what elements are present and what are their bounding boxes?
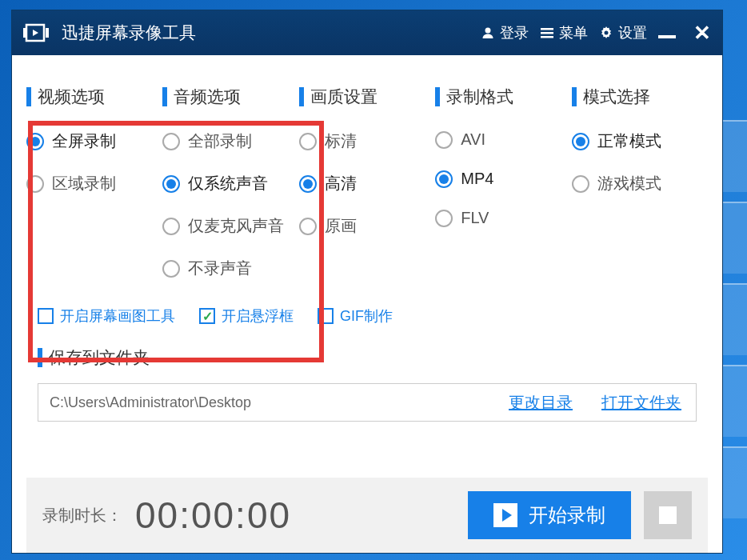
format-options-header: 录制格式 <box>435 86 571 108</box>
options-row: 视频选项 全屏录制 区域录制 音频选项 全部录制 仅系统声音 仅麦克风声音 不录… <box>26 55 708 300</box>
audio-mic-radio[interactable]: 仅麦克风声音 <box>162 215 298 237</box>
svg-rect-5 <box>541 28 553 30</box>
stop-record-button[interactable] <box>644 491 692 539</box>
app-window: 迅捷屏幕录像工具 登录 菜单 设置 ✕ 视频选项 全屏录制 <box>11 10 723 554</box>
format-avi-radio[interactable]: AVI <box>435 130 571 149</box>
audio-none-radio[interactable]: 不录声音 <box>162 258 298 279</box>
footer: 录制时长： 00:00:00 开始录制 <box>26 478 708 553</box>
gif-checkbox[interactable]: GIF制作 <box>318 306 393 326</box>
quality-options-header: 画质设置 <box>299 86 435 108</box>
save-header: 保存到文件夹 <box>38 346 697 369</box>
app-logo-icon <box>23 22 50 44</box>
svg-rect-6 <box>541 32 553 34</box>
save-path-input[interactable] <box>38 384 494 421</box>
svg-rect-3 <box>23 28 26 38</box>
start-record-button[interactable]: 开始录制 <box>468 491 631 539</box>
path-row: 更改目录 打开文件夹 <box>38 383 697 422</box>
quality-options-column: 画质设置 标清 高清 原画 <box>299 86 435 300</box>
video-region-radio[interactable]: 区域录制 <box>26 173 162 194</box>
draw-tool-checkbox[interactable]: 开启屏幕画图工具 <box>38 306 175 326</box>
settings-button[interactable]: 设置 <box>599 23 647 42</box>
checkbox-icon <box>318 308 334 324</box>
video-options-header: 视频选项 <box>26 86 162 108</box>
format-flv-radio[interactable]: FLV <box>435 209 571 227</box>
menu-button[interactable]: 菜单 <box>540 23 588 42</box>
format-mp4-radio[interactable]: MP4 <box>435 170 571 188</box>
desktop-stripes <box>723 112 747 560</box>
close-button[interactable]: ✕ <box>693 21 711 46</box>
float-box-checkbox[interactable]: ✓ 开启悬浮框 <box>199 306 294 326</box>
open-folder-link[interactable]: 打开文件夹 <box>601 392 681 414</box>
mode-normal-radio[interactable]: 正常模式 <box>572 130 708 152</box>
checks-row: 开启屏幕画图工具 ✓ 开启悬浮框 GIF制作 <box>26 300 708 342</box>
audio-all-radio[interactable]: 全部录制 <box>162 130 298 152</box>
menu-label: 菜单 <box>559 23 588 42</box>
svg-point-4 <box>485 28 491 34</box>
mode-options-column: 模式选择 正常模式 游戏模式 <box>572 86 708 300</box>
record-duration-label: 录制时长： <box>42 505 122 526</box>
quality-original-radio[interactable]: 原画 <box>299 215 435 237</box>
audio-options-column: 音频选项 全部录制 仅系统声音 仅麦克风声音 不录声音 <box>162 86 298 300</box>
checkbox-icon: ✓ <box>199 308 215 324</box>
video-fullscreen-radio[interactable]: 全屏录制 <box>26 130 162 152</box>
content-area: 视频选项 全屏录制 区域录制 音频选项 全部录制 仅系统声音 仅麦克风声音 不录… <box>12 55 722 553</box>
mode-options-header: 模式选择 <box>572 86 708 108</box>
quality-sd-radio[interactable]: 标清 <box>299 130 435 152</box>
svg-marker-1 <box>33 30 38 36</box>
save-section: 保存到文件夹 更改目录 打开文件夹 <box>26 342 708 422</box>
minimize-button[interactable] <box>658 35 676 38</box>
mode-game-radio[interactable]: 游戏模式 <box>572 173 708 194</box>
play-icon <box>493 503 517 527</box>
video-options-column: 视频选项 全屏录制 区域录制 <box>26 86 162 300</box>
login-label: 登录 <box>500 23 529 42</box>
quality-hd-radio[interactable]: 高清 <box>299 173 435 194</box>
audio-options-header: 音频选项 <box>162 86 298 108</box>
format-options-column: 录制格式 AVI MP4 FLV <box>435 86 571 300</box>
audio-system-radio[interactable]: 仅系统声音 <box>162 173 298 194</box>
change-dir-link[interactable]: 更改目录 <box>509 392 573 414</box>
gear-icon <box>599 26 613 40</box>
record-duration-time: 00:00:00 <box>135 494 291 537</box>
checkbox-icon <box>38 308 54 324</box>
titlebar: 迅捷屏幕录像工具 登录 菜单 设置 ✕ <box>12 10 722 55</box>
svg-rect-2 <box>46 28 49 38</box>
user-icon <box>481 26 495 40</box>
settings-label: 设置 <box>618 23 647 42</box>
login-button[interactable]: 登录 <box>481 23 529 42</box>
app-title: 迅捷屏幕录像工具 <box>62 22 196 44</box>
list-icon <box>540 26 554 40</box>
svg-rect-7 <box>541 36 553 38</box>
